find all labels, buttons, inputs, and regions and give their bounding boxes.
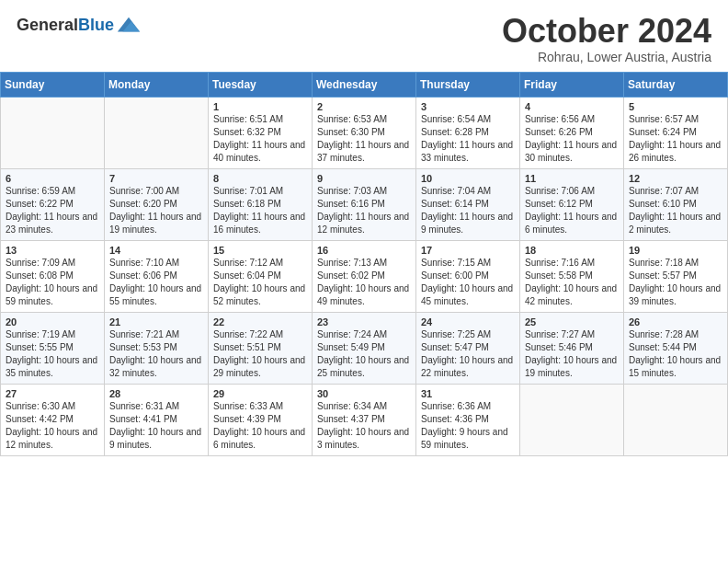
day-number: 2 bbox=[317, 101, 411, 112]
day-info: Sunrise: 7:12 AM Sunset: 6:04 PM Dayligh… bbox=[213, 257, 307, 308]
day-info: Sunrise: 7:25 AM Sunset: 5:47 PM Dayligh… bbox=[421, 328, 515, 380]
day-info: Sunrise: 7:22 AM Sunset: 5:51 PM Dayligh… bbox=[213, 328, 307, 380]
calendar-cell: 15Sunrise: 7:12 AM Sunset: 6:04 PM Dayli… bbox=[209, 240, 313, 312]
calendar-week-row: 1Sunrise: 6:51 AM Sunset: 6:32 PM Daylig… bbox=[1, 97, 728, 168]
day-info: Sunrise: 6:33 AM Sunset: 4:39 PM Dayligh… bbox=[213, 400, 307, 452]
weekday-header-sunday: Sunday bbox=[1, 72, 105, 97]
weekday-header-monday: Monday bbox=[105, 72, 209, 97]
day-number: 7 bbox=[109, 173, 203, 184]
day-info: Sunrise: 6:54 AM Sunset: 6:28 PM Dayligh… bbox=[421, 113, 515, 165]
day-info: Sunrise: 7:27 AM Sunset: 5:46 PM Dayligh… bbox=[525, 328, 619, 380]
day-number: 23 bbox=[317, 316, 411, 327]
day-number: 18 bbox=[525, 245, 619, 256]
day-info: Sunrise: 7:04 AM Sunset: 6:14 PM Dayligh… bbox=[421, 185, 515, 236]
day-info: Sunrise: 6:31 AM Sunset: 4:41 PM Dayligh… bbox=[109, 400, 203, 452]
calendar-cell: 10Sunrise: 7:04 AM Sunset: 6:14 PM Dayli… bbox=[416, 168, 520, 240]
day-info: Sunrise: 7:24 AM Sunset: 5:49 PM Dayligh… bbox=[317, 328, 411, 380]
day-info: Sunrise: 7:01 AM Sunset: 6:18 PM Dayligh… bbox=[213, 185, 307, 236]
day-info: Sunrise: 7:03 AM Sunset: 6:16 PM Dayligh… bbox=[317, 185, 411, 236]
calendar-cell: 1Sunrise: 6:51 AM Sunset: 6:32 PM Daylig… bbox=[209, 97, 313, 168]
day-number: 5 bbox=[629, 101, 722, 112]
day-number: 31 bbox=[421, 388, 515, 399]
day-info: Sunrise: 7:13 AM Sunset: 6:02 PM Dayligh… bbox=[317, 257, 411, 308]
logo: GeneralBlue bbox=[17, 13, 142, 39]
calendar-cell: 21Sunrise: 7:21 AM Sunset: 5:53 PM Dayli… bbox=[105, 312, 209, 384]
day-number: 30 bbox=[317, 388, 411, 399]
day-info: Sunrise: 7:00 AM Sunset: 6:20 PM Dayligh… bbox=[109, 185, 203, 236]
calendar-cell: 19Sunrise: 7:18 AM Sunset: 5:57 PM Dayli… bbox=[624, 240, 728, 312]
calendar-cell: 28Sunrise: 6:31 AM Sunset: 4:41 PM Dayli… bbox=[105, 384, 209, 455]
day-info: Sunrise: 7:15 AM Sunset: 6:00 PM Dayligh… bbox=[421, 257, 515, 308]
calendar-cell: 27Sunrise: 6:30 AM Sunset: 4:42 PM Dayli… bbox=[1, 384, 105, 455]
calendar-cell: 29Sunrise: 6:33 AM Sunset: 4:39 PM Dayli… bbox=[209, 384, 313, 455]
calendar-cell bbox=[520, 384, 624, 455]
day-number: 20 bbox=[6, 316, 99, 327]
day-info: Sunrise: 7:19 AM Sunset: 5:55 PM Dayligh… bbox=[6, 328, 99, 380]
calendar-cell bbox=[1, 97, 105, 168]
day-number: 17 bbox=[421, 245, 515, 256]
day-info: Sunrise: 7:07 AM Sunset: 6:10 PM Dayligh… bbox=[629, 185, 722, 236]
calendar-cell: 18Sunrise: 7:16 AM Sunset: 5:58 PM Dayli… bbox=[520, 240, 624, 312]
day-number: 6 bbox=[6, 173, 99, 184]
weekday-header-row: SundayMondayTuesdayWednesdayThursdayFrid… bbox=[1, 72, 728, 97]
day-number: 27 bbox=[6, 388, 99, 399]
day-info: Sunrise: 6:59 AM Sunset: 6:22 PM Dayligh… bbox=[6, 185, 99, 236]
calendar-week-row: 27Sunrise: 6:30 AM Sunset: 4:42 PM Dayli… bbox=[1, 384, 728, 455]
calendar-cell: 24Sunrise: 7:25 AM Sunset: 5:47 PM Dayli… bbox=[416, 312, 520, 384]
calendar-cell: 14Sunrise: 7:10 AM Sunset: 6:06 PM Dayli… bbox=[105, 240, 209, 312]
weekday-header-saturday: Saturday bbox=[624, 72, 728, 97]
day-number: 12 bbox=[629, 173, 722, 184]
day-number: 13 bbox=[6, 245, 99, 256]
calendar-cell: 4Sunrise: 6:56 AM Sunset: 6:26 PM Daylig… bbox=[520, 97, 624, 168]
day-info: Sunrise: 7:06 AM Sunset: 6:12 PM Dayligh… bbox=[525, 185, 619, 236]
day-info: Sunrise: 6:36 AM Sunset: 4:36 PM Dayligh… bbox=[421, 400, 515, 452]
day-number: 29 bbox=[213, 388, 307, 399]
weekday-header-thursday: Thursday bbox=[416, 72, 520, 97]
day-number: 1 bbox=[213, 101, 307, 112]
day-info: Sunrise: 6:51 AM Sunset: 6:32 PM Dayligh… bbox=[213, 113, 307, 165]
day-number: 28 bbox=[109, 388, 203, 399]
calendar-week-row: 6Sunrise: 6:59 AM Sunset: 6:22 PM Daylig… bbox=[1, 168, 728, 240]
day-info: Sunrise: 7:21 AM Sunset: 5:53 PM Dayligh… bbox=[109, 328, 203, 380]
weekday-header-tuesday: Tuesday bbox=[209, 72, 313, 97]
weekday-header-wednesday: Wednesday bbox=[313, 72, 416, 97]
calendar-cell: 5Sunrise: 6:57 AM Sunset: 6:24 PM Daylig… bbox=[624, 97, 728, 168]
day-number: 16 bbox=[317, 245, 411, 256]
day-info: Sunrise: 7:10 AM Sunset: 6:06 PM Dayligh… bbox=[109, 257, 203, 308]
calendar-cell: 6Sunrise: 6:59 AM Sunset: 6:22 PM Daylig… bbox=[1, 168, 105, 240]
day-number: 10 bbox=[421, 173, 515, 184]
calendar-table: SundayMondayTuesdayWednesdayThursdayFrid… bbox=[0, 72, 728, 456]
calendar-cell: 31Sunrise: 6:36 AM Sunset: 4:36 PM Dayli… bbox=[416, 384, 520, 455]
calendar-cell: 30Sunrise: 6:34 AM Sunset: 4:37 PM Dayli… bbox=[313, 384, 416, 455]
calendar-cell bbox=[624, 384, 728, 455]
day-number: 22 bbox=[213, 316, 307, 327]
day-info: Sunrise: 6:30 AM Sunset: 4:42 PM Dayligh… bbox=[6, 400, 99, 452]
day-info: Sunrise: 6:53 AM Sunset: 6:30 PM Dayligh… bbox=[317, 113, 411, 165]
day-info: Sunrise: 7:28 AM Sunset: 5:44 PM Dayligh… bbox=[629, 328, 722, 380]
day-info: Sunrise: 7:09 AM Sunset: 6:08 PM Dayligh… bbox=[6, 257, 99, 308]
calendar-cell: 2Sunrise: 6:53 AM Sunset: 6:30 PM Daylig… bbox=[313, 97, 416, 168]
day-number: 24 bbox=[421, 316, 515, 327]
day-info: Sunrise: 7:16 AM Sunset: 5:58 PM Dayligh… bbox=[525, 257, 619, 308]
calendar-cell: 16Sunrise: 7:13 AM Sunset: 6:02 PM Dayli… bbox=[313, 240, 416, 312]
month-title: October 2024 bbox=[502, 13, 711, 50]
logo-icon bbox=[116, 13, 142, 39]
day-number: 21 bbox=[109, 316, 203, 327]
calendar-cell: 9Sunrise: 7:03 AM Sunset: 6:16 PM Daylig… bbox=[313, 168, 416, 240]
calendar-week-row: 13Sunrise: 7:09 AM Sunset: 6:08 PM Dayli… bbox=[1, 240, 728, 312]
calendar-cell bbox=[105, 97, 209, 168]
day-info: Sunrise: 6:56 AM Sunset: 6:26 PM Dayligh… bbox=[525, 113, 619, 165]
day-number: 8 bbox=[213, 173, 307, 184]
title-block: October 2024 Rohrau, Lower Austria, Aust… bbox=[502, 13, 711, 64]
location-subtitle: Rohrau, Lower Austria, Austria bbox=[502, 50, 711, 64]
day-number: 19 bbox=[629, 245, 722, 256]
day-number: 14 bbox=[109, 245, 203, 256]
weekday-header-friday: Friday bbox=[520, 72, 624, 97]
day-number: 9 bbox=[317, 173, 411, 184]
day-info: Sunrise: 7:18 AM Sunset: 5:57 PM Dayligh… bbox=[629, 257, 722, 308]
day-number: 4 bbox=[525, 101, 619, 112]
calendar-cell: 23Sunrise: 7:24 AM Sunset: 5:49 PM Dayli… bbox=[313, 312, 416, 384]
calendar-cell: 25Sunrise: 7:27 AM Sunset: 5:46 PM Dayli… bbox=[520, 312, 624, 384]
calendar-cell: 13Sunrise: 7:09 AM Sunset: 6:08 PM Dayli… bbox=[1, 240, 105, 312]
logo-blue-text: Blue bbox=[78, 16, 114, 34]
